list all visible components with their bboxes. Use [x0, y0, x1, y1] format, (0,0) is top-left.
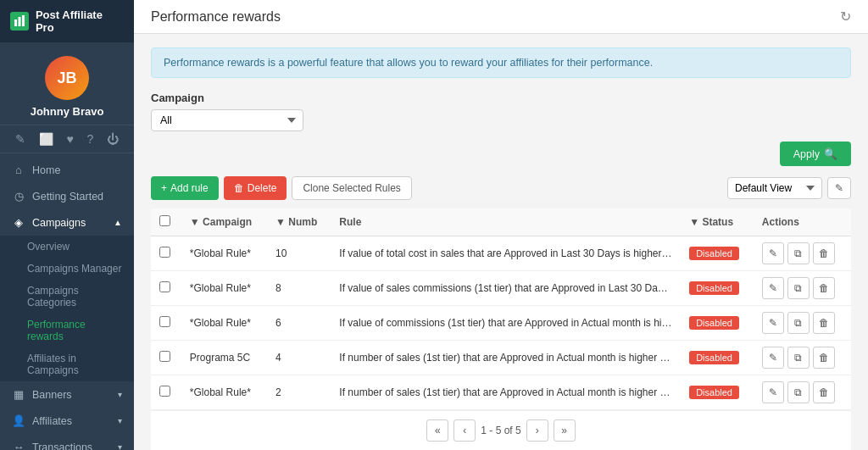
- row-actions: ✎ ⧉ 🗑: [754, 375, 851, 410]
- col-checkbox: [151, 208, 181, 236]
- svg-rect-0: [14, 19, 17, 26]
- sidebar-subitem-performance-rewards[interactable]: Performance rewards: [0, 314, 134, 347]
- sidebar-item-affiliates[interactable]: 👤 Affiliates ▾: [0, 408, 134, 434]
- row-rule: If value of sales commissions (1st tier)…: [331, 271, 681, 306]
- row-checkbox-cell: [151, 236, 181, 271]
- refresh-button[interactable]: ↻: [840, 8, 851, 25]
- sidebar-item-label: Transactions: [32, 442, 92, 451]
- monitor-icon[interactable]: ⬜: [39, 132, 53, 146]
- sidebar-subitem-affiliates-in-campaigns[interactable]: Affiliates in Campaigns: [0, 347, 134, 381]
- sidebar-subitem-label: Affiliates in Campaigns: [27, 353, 122, 376]
- sidebar-subitem-campaigns-manager[interactable]: Campaigns Manager: [0, 258, 134, 280]
- app-name: Post Affiliate Pro: [36, 8, 124, 34]
- delete-row-button[interactable]: 🗑: [813, 277, 835, 299]
- row-status: Disabled: [681, 236, 754, 271]
- apply-button-label: Apply: [793, 148, 820, 160]
- row-checkbox[interactable]: [159, 386, 170, 397]
- clone-row-button[interactable]: ⧉: [787, 312, 810, 334]
- add-rule-button[interactable]: + Add rule: [151, 176, 219, 200]
- edit-row-button[interactable]: ✎: [762, 347, 784, 369]
- campaigns-icon: ◈: [12, 216, 25, 229]
- sidebar-subitem-label: Campaigns Manager: [27, 263, 121, 275]
- row-status: Disabled: [681, 271, 754, 306]
- heart-icon[interactable]: ♥: [66, 132, 73, 146]
- row-numb: 2: [267, 375, 331, 410]
- row-rule: If number of sales (1st tier) that are A…: [331, 375, 681, 410]
- sidebar-profile: JB Johnny Bravo: [0, 42, 134, 125]
- row-campaign: *Global Rule*: [181, 236, 267, 271]
- campaign-filter-select[interactable]: All Campaign 1 Campaign 2: [151, 109, 303, 131]
- row-checkbox[interactable]: [159, 351, 170, 362]
- clone-row-button[interactable]: ⧉: [787, 381, 810, 403]
- toolbar-right: Default View Compact View Full View ✎: [727, 177, 851, 199]
- chevron-down-icon: ▾: [118, 390, 122, 399]
- apply-button[interactable]: Apply 🔍: [780, 142, 851, 166]
- profile-name: Johnny Bravo: [31, 105, 104, 118]
- col-actions: Actions: [754, 208, 851, 236]
- row-rule: If value of total cost in sales that are…: [331, 236, 681, 271]
- row-numb: 10: [267, 236, 331, 271]
- delete-row-button[interactable]: 🗑: [813, 242, 835, 264]
- first-page-button[interactable]: «: [426, 419, 448, 442]
- top-bar: Performance rewards ↻: [134, 0, 868, 34]
- clone-row-button[interactable]: ⧉: [787, 242, 810, 264]
- edit-view-button[interactable]: ✎: [827, 177, 851, 199]
- edit-icon[interactable]: ✎: [15, 132, 25, 146]
- svg-rect-2: [22, 15, 25, 26]
- sidebar: Post Affiliate Pro JB Johnny Bravo ✎ ⬜ ♥…: [0, 0, 134, 450]
- sidebar-quick-icons: ✎ ⬜ ♥ ? ⏻: [0, 125, 134, 153]
- toolbar-left: + Add rule 🗑 Delete Clone Selected Rules: [151, 176, 412, 200]
- app-logo-icon: [10, 12, 29, 31]
- pagination: « ‹ 1 - 5 of 5 › »: [151, 410, 851, 450]
- row-checkbox-cell: [151, 341, 181, 375]
- row-campaign: *Global Rule*: [181, 375, 267, 410]
- sidebar-subitem-overview[interactable]: Overview: [0, 236, 134, 258]
- delete-button[interactable]: 🗑 Delete: [224, 176, 287, 200]
- col-numb[interactable]: ▼ Numb: [267, 208, 331, 236]
- campaign-filter-section: Campaign All Campaign 1 Campaign 2: [151, 92, 851, 131]
- rules-table: ▼ Campaign ▼ Numb Rule ▼ Status Actions …: [151, 208, 851, 410]
- edit-row-button[interactable]: ✎: [762, 381, 784, 403]
- sidebar-item-campaigns[interactable]: ◈ Campaigns ▲: [0, 209, 134, 236]
- edit-row-button[interactable]: ✎: [762, 242, 784, 264]
- prev-page-button[interactable]: ‹: [453, 419, 476, 442]
- sidebar-subitem-campaigns-categories[interactable]: Campaigns Categories: [0, 280, 134, 314]
- campaign-filter-label: Campaign: [151, 92, 851, 104]
- edit-row-button[interactable]: ✎: [762, 312, 784, 334]
- row-actions: ✎ ⧉ 🗑: [754, 271, 851, 306]
- toolbar-row: + Add rule 🗑 Delete Clone Selected Rules…: [151, 176, 851, 200]
- power-icon[interactable]: ⏻: [107, 132, 119, 146]
- col-campaign[interactable]: ▼ Campaign: [181, 208, 267, 236]
- sidebar-item-transactions[interactable]: ↔ Transactions ▾: [0, 434, 134, 450]
- clock-icon: ◷: [12, 190, 25, 203]
- help-icon[interactable]: ?: [86, 132, 93, 146]
- sidebar-item-home[interactable]: ⌂ Home: [0, 157, 134, 183]
- select-all-checkbox[interactable]: [159, 215, 170, 226]
- clone-button[interactable]: Clone Selected Rules: [292, 176, 411, 200]
- table-row: *Global Rule* 6 If value of commissions …: [151, 306, 851, 341]
- row-checkbox[interactable]: [159, 316, 170, 327]
- delete-label: Delete: [248, 182, 277, 194]
- next-page-button[interactable]: ›: [526, 419, 548, 442]
- clone-row-button[interactable]: ⧉: [787, 347, 810, 369]
- col-status[interactable]: ▼ Status: [681, 208, 754, 236]
- clone-row-button[interactable]: ⧉: [787, 277, 810, 299]
- sidebar-nav: ⌂ Home ◷ Getting Started ◈ Campaigns ▲ O…: [0, 153, 134, 450]
- svg-rect-1: [18, 17, 20, 26]
- sidebar-item-getting-started[interactable]: ◷ Getting Started: [0, 183, 134, 209]
- edit-row-button[interactable]: ✎: [762, 277, 784, 299]
- view-select[interactable]: Default View Compact View Full View: [727, 177, 822, 199]
- row-status: Disabled: [681, 375, 754, 410]
- search-icon: 🔍: [824, 147, 837, 160]
- row-numb: 4: [267, 341, 331, 375]
- row-checkbox[interactable]: [159, 281, 170, 292]
- row-checkbox-cell: [151, 271, 181, 306]
- status-badge: Disabled: [689, 247, 739, 260]
- row-checkbox[interactable]: [159, 247, 170, 258]
- last-page-button[interactable]: »: [554, 419, 576, 442]
- delete-row-button[interactable]: 🗑: [813, 347, 835, 369]
- row-campaign: *Global Rule*: [181, 306, 267, 341]
- delete-row-button[interactable]: 🗑: [813, 381, 835, 403]
- sidebar-item-banners[interactable]: ▦ Banners ▾: [0, 381, 134, 408]
- delete-row-button[interactable]: 🗑: [813, 312, 835, 334]
